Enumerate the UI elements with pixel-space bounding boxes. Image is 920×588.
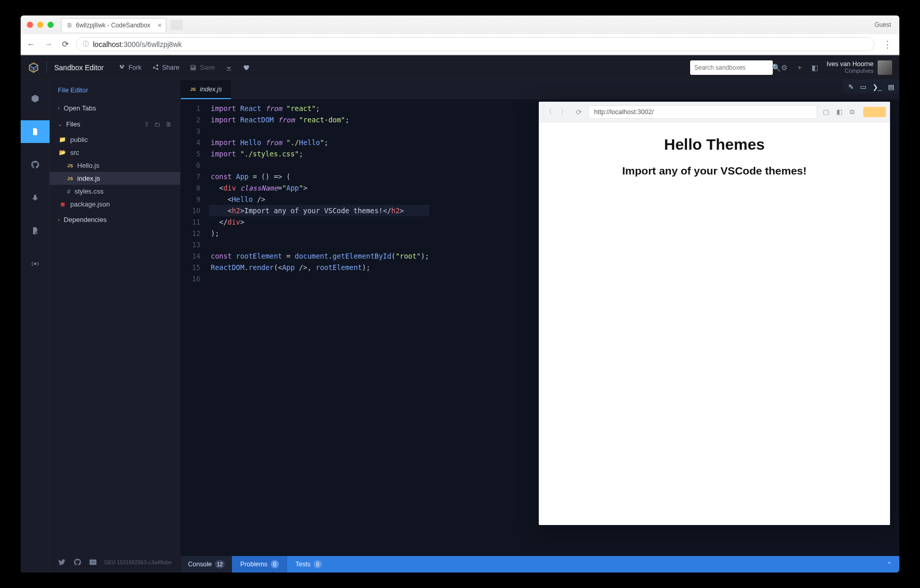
minimize-window-icon[interactable] [37, 22, 43, 28]
files-section[interactable]: ⌄ Files ⇪ 🗀 🗎 [50, 116, 180, 132]
layout-single-icon[interactable]: ▢ [821, 108, 831, 116]
close-window-icon[interactable] [27, 22, 33, 28]
download-button[interactable] [225, 64, 232, 71]
url-input[interactable]: ⓘ localhost:3000/s/6wllzpj8wk [76, 37, 875, 51]
forward-button[interactable]: → [42, 40, 55, 49]
file-package-json[interactable]: ◼ package.json [50, 198, 180, 211]
rail-github-icon[interactable] [21, 153, 50, 176]
sidebar: File Editor › Open Tabs ⌄ Files ⇪ 🗀 🗎 [50, 80, 181, 573]
file-hello-js[interactable]: JS Hello.js [50, 159, 180, 172]
site-info-icon[interactable]: ⓘ [83, 40, 89, 49]
url-host: localhost [93, 40, 121, 49]
open-tabs-label: Open Tabs [64, 104, 96, 112]
search-icon[interactable]: 🔍 [772, 63, 781, 72]
pencil-icon[interactable]: ✎ [848, 83, 854, 91]
reload-button[interactable]: ⟳ [60, 39, 71, 49]
code-content[interactable]: import React from "react";import ReactDO… [206, 100, 429, 556]
preview-body: Hello Themes Import any of your VSCode t… [539, 122, 890, 525]
activity-bar [21, 80, 50, 573]
codesandbox-logo-icon[interactable] [28, 62, 39, 73]
status-bar: Console 12 Problems 0 Tests 0 ⌃ [181, 556, 899, 573]
search-input[interactable] [694, 64, 772, 71]
new-folder-icon[interactable]: 🗀 [154, 121, 161, 128]
github-footer-icon[interactable] [73, 558, 82, 566]
discord-icon[interactable] [89, 558, 97, 566]
back-button[interactable]: ← [25, 40, 37, 49]
twitter-icon[interactable] [58, 558, 66, 566]
status-collapse-icon[interactable]: ⌃ [879, 561, 899, 568]
folder-public[interactable]: 📁 public [50, 133, 180, 146]
browser-tab[interactable]: 🗎 6wllzpj8wk - CodeSandbox × [61, 18, 166, 32]
user-menu[interactable]: Ives van Hoorne CompuIves [827, 60, 892, 75]
file-tree: 📁 public 📂 src JS Hello.js JS index.js [50, 132, 180, 212]
npm-file-icon: ◼ [59, 201, 66, 208]
build-tag: DEV-1531662863-c3a48abe [104, 560, 172, 565]
browser-menu-icon[interactable]: ⋮ [880, 39, 895, 50]
status-problems[interactable]: Problems 0 [232, 556, 287, 573]
layout-split-icon[interactable]: ◧ [835, 108, 844, 116]
browser-chrome: 🗎 6wllzpj8wk - CodeSandbox × Guest ← → ⟳… [21, 15, 899, 55]
folder-icon: 📁 [59, 136, 66, 143]
preview-pane: 〈 〉 ⟳ http://localhost:3002/ ▢ ◧ ⧉ Hello… [539, 102, 890, 525]
window-controls [27, 22, 54, 28]
problems-label: Problems [240, 561, 268, 568]
sidebar-footer: DEV-1531662863-c3a48abe [50, 552, 180, 573]
preview-back-icon[interactable]: 〈 [543, 107, 554, 117]
fork-button[interactable]: Fork [118, 64, 142, 71]
close-tab-icon[interactable]: × [158, 21, 162, 29]
console-count: 12 [215, 560, 225, 568]
avatar [878, 60, 892, 75]
settings-icon[interactable]: ⚙ [781, 63, 788, 72]
topbar-right: 🔍 ⚙ ＋ ◧ Ives van Hoorne CompuIves [690, 60, 892, 75]
address-bar: ← → ⟳ ⓘ localhost:3000/s/6wllzpj8wk ⋮ [21, 34, 899, 55]
preview-forward-icon[interactable]: 〉 [558, 107, 570, 117]
browser-window: 🗎 6wllzpj8wk - CodeSandbox × Guest ← → ⟳… [21, 15, 899, 573]
status-console[interactable]: Console 12 [181, 556, 232, 573]
rail-files-icon[interactable] [21, 120, 50, 143]
editor-tabs: JS index.js [181, 80, 899, 100]
terminal-icon[interactable]: ❯_ [872, 83, 882, 91]
url-path: /s/6wllzpj8wk [139, 40, 182, 49]
file-label: index.js [77, 174, 100, 182]
line-gutter: 12345678910111213141516 [181, 100, 206, 556]
folder-src[interactable]: 📂 src [50, 146, 180, 159]
preview-addressbar: 〈 〉 ⟳ http://localhost:3002/ ▢ ◧ ⧉ [539, 102, 890, 122]
file-actions: ⇪ 🗀 🗎 [144, 121, 172, 128]
preview-status-pill [863, 107, 886, 117]
open-external-icon[interactable]: ⧉ [848, 108, 856, 116]
js-file-icon: JS [190, 87, 196, 92]
file-label: Hello.js [77, 162, 100, 169]
rail-sandbox-icon[interactable] [21, 87, 50, 110]
file-styles-css[interactable]: # styles.css [50, 185, 180, 198]
upload-icon[interactable]: ⇪ [144, 121, 149, 128]
file-index-js[interactable]: JS index.js [50, 172, 180, 185]
share-button[interactable]: Share [152, 64, 179, 71]
preview-h1: Hello Themes [664, 136, 765, 153]
user-text: Ives van Hoorne CompuIves [827, 60, 874, 74]
new-file-icon[interactable]: 🗎 [166, 121, 172, 128]
save-button[interactable]: Save [190, 64, 215, 71]
layout-grid-icon[interactable]: ▤ [888, 83, 894, 91]
layout-preview-icon[interactable]: ▭ [860, 83, 866, 91]
status-tests[interactable]: Tests 0 [287, 556, 330, 573]
new-sandbox-icon[interactable]: ＋ [796, 63, 803, 72]
search-sandboxes[interactable]: 🔍 [690, 60, 773, 75]
preview-url-input[interactable]: http://localhost:3002/ [588, 105, 817, 119]
new-tab-button[interactable] [170, 20, 183, 30]
svg-point-1 [34, 263, 36, 265]
rail-deploy-icon[interactable] [21, 186, 50, 209]
tests-count: 0 [314, 560, 322, 568]
like-button[interactable] [243, 64, 250, 71]
open-tabs-section[interactable]: › Open Tabs [50, 100, 180, 116]
editor-tab-index[interactable]: JS index.js [181, 80, 231, 99]
tests-label: Tests [295, 561, 310, 568]
preview-reload-icon[interactable]: ⟳ [574, 108, 584, 116]
rail-config-icon[interactable] [21, 219, 50, 242]
dependencies-section[interactable]: › Dependencies [50, 212, 180, 228]
problems-count: 0 [271, 560, 279, 568]
js-file-icon: JS [67, 163, 73, 168]
maximize-window-icon[interactable] [48, 22, 54, 28]
tab-strip: 🗎 6wllzpj8wk - CodeSandbox × Guest [21, 15, 899, 34]
cube-icon[interactable]: ◧ [812, 63, 818, 72]
rail-live-icon[interactable] [21, 252, 50, 275]
